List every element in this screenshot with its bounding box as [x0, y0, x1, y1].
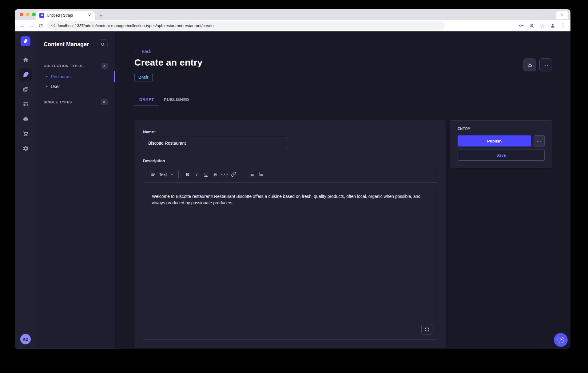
browser-tab[interactable]: Untitled | Strapi ✕: [36, 11, 95, 20]
download-icon: [527, 62, 533, 68]
subnav-item-label: User: [51, 84, 60, 89]
editor-toolbar: Text ▾ B I U S </>: [143, 166, 437, 183]
chevron-down-icon: ▾: [171, 173, 173, 176]
link-icon: [231, 172, 236, 177]
italic-button[interactable]: I: [192, 170, 201, 179]
expand-editor-button[interactable]: [421, 324, 432, 335]
layout-icon: [22, 101, 29, 107]
password-key-icon[interactable]: [518, 22, 525, 29]
content-manager-subnav: Content Manager COLLECTION TYPES 2 • Res…: [36, 31, 115, 349]
url-bar[interactable]: localhost:1337/admin/content-manager/col…: [47, 21, 445, 30]
numbered-list-icon: 123: [258, 172, 264, 177]
sidebar-item-media-library[interactable]: [19, 83, 32, 95]
sidebar-item-content-type-builder[interactable]: [19, 98, 32, 110]
maximize-window-button[interactable]: [32, 13, 36, 16]
subnav-title: Content Manager: [44, 41, 89, 48]
zoom-page-icon[interactable]: [528, 22, 535, 29]
collection-types-count: 2: [101, 63, 108, 69]
tab-published[interactable]: PUBLISHED: [159, 94, 194, 106]
profile-avatar-icon[interactable]: [549, 22, 556, 29]
search-icon: [101, 42, 105, 47]
cloud-icon: [22, 116, 29, 122]
description-field-label: Description: [143, 158, 165, 163]
description-text[interactable]: Welcome to Biscotte restaurant! Restaura…: [152, 193, 428, 206]
strapi-favicon-icon: [39, 13, 44, 18]
tab-close-icon[interactable]: ✕: [87, 13, 92, 18]
bookmark-star-icon[interactable]: ☆: [538, 22, 546, 29]
minimize-window-button[interactable]: [26, 13, 30, 16]
back-link[interactable]: ← Back: [134, 49, 151, 54]
tab-draft[interactable]: DRAFT: [134, 94, 159, 106]
name-field-label: Name*: [143, 130, 156, 134]
export-button[interactable]: [523, 58, 536, 71]
name-input[interactable]: [143, 137, 287, 149]
subnav-item-restaurant[interactable]: • Restaurant: [36, 72, 115, 82]
more-actions-button[interactable]: ⋯: [539, 58, 552, 71]
toolbar-separator: [178, 170, 179, 178]
page-title: Create an entry: [134, 57, 202, 68]
gear-icon: [22, 145, 29, 152]
main-navigation: KD: [15, 31, 36, 349]
browser-window: Untitled | Strapi ✕ + ← → localhost:1337…: [15, 9, 570, 349]
publish-button[interactable]: Publish: [458, 135, 531, 146]
numbered-list-button[interactable]: 123: [256, 170, 266, 179]
paragraph-icon: [151, 172, 156, 177]
save-button[interactable]: Save: [458, 150, 545, 161]
tab-search-button[interactable]: [556, 11, 568, 19]
strikethrough-button[interactable]: S: [211, 170, 220, 179]
single-types-label: SINGLE TYPES: [44, 100, 72, 104]
status-badge: Draft: [134, 73, 153, 82]
url-text[interactable]: localhost:1337/admin/content-manager/col…: [58, 23, 214, 28]
cart-icon: [22, 130, 29, 137]
back-arrow-icon: ←: [134, 49, 139, 54]
main-content: ← Back Create an entry Draft ⋯ DRAFT PUB…: [115, 31, 570, 349]
editor-content[interactable]: Welcome to Biscotte restaurant! Restaura…: [143, 183, 437, 339]
nav-divider: [15, 51, 36, 51]
sidebar-item-content-manager[interactable]: [19, 68, 32, 81]
reload-button[interactable]: [37, 22, 44, 29]
nav-divider-bottom: [15, 330, 36, 330]
collection-types-label: COLLECTION TYPES: [44, 64, 83, 68]
sidebar-item-settings[interactable]: [19, 142, 32, 154]
question-mark-icon: ?: [558, 337, 564, 343]
browser-menu-icon[interactable]: ⋮: [559, 22, 567, 29]
sidebar-item-home[interactable]: [19, 54, 32, 66]
code-button[interactable]: </>: [220, 170, 229, 179]
tab-title: Untitled | Strapi: [47, 13, 85, 18]
svg-text:3: 3: [259, 175, 260, 177]
subnav-divider: [44, 55, 51, 55]
entry-more-button[interactable]: ⋯: [534, 135, 545, 146]
browser-forward-button[interactable]: →: [28, 22, 35, 29]
text-format-select[interactable]: Text ▾: [149, 172, 174, 177]
sidebar-item-marketplace[interactable]: [19, 127, 32, 140]
strapi-logo[interactable]: [21, 36, 30, 46]
bold-button[interactable]: B: [183, 170, 192, 179]
fullscreen-icon: [425, 327, 429, 332]
search-button[interactable]: [98, 39, 108, 49]
close-window-button[interactable]: [20, 13, 23, 16]
strapi-admin: KD Content Manager COLLECTION TYPES 2 • …: [15, 31, 570, 349]
new-tab-button[interactable]: +: [97, 11, 105, 20]
link-button[interactable]: [229, 170, 238, 179]
sidebar-item-cloud[interactable]: [19, 113, 32, 125]
bullet-list-button[interactable]: [247, 170, 256, 179]
bullet-icon: •: [46, 74, 48, 79]
underline-button[interactable]: U: [201, 170, 211, 179]
active-indicator: [114, 71, 115, 82]
help-button[interactable]: ?: [554, 333, 568, 347]
site-info-icon[interactable]: [51, 23, 55, 28]
draft-published-tabs: DRAFT PUBLISHED: [134, 94, 552, 106]
subnav-item-user[interactable]: • User: [36, 82, 115, 91]
single-types-count: 0: [101, 99, 108, 105]
browser-back-button[interactable]: ←: [18, 22, 26, 29]
user-avatar[interactable]: KD: [20, 334, 31, 344]
bullet-icon: •: [46, 84, 48, 89]
subnav-item-label: Restaurant: [51, 74, 72, 79]
browser-tab-bar: Untitled | Strapi ✕ +: [15, 9, 570, 20]
home-icon: [22, 57, 29, 63]
feather-icon: [22, 71, 29, 78]
window-controls[interactable]: [20, 13, 36, 16]
rich-text-editor: Text ▾ B I U S </>: [143, 166, 437, 339]
entry-panel: ENTRY Publish ⋯ Save: [450, 120, 552, 168]
nav-bottom: KD: [15, 330, 36, 349]
